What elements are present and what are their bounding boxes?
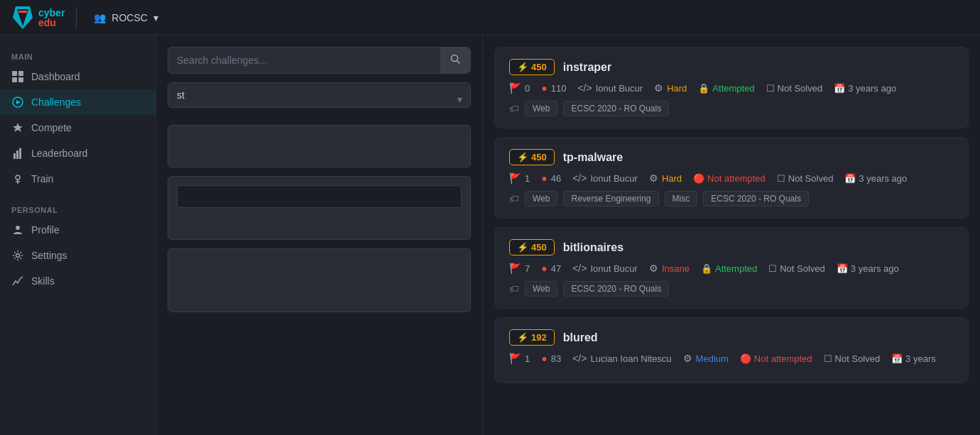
heart-icon-tp-malware: ● [541,172,547,184]
not-solved-text-instraper: Not Solved [778,83,823,94]
sidebar-challenges-label: Challenges [31,97,81,108]
points-badge-bitlionaires: ⚡ 450 [509,239,555,255]
sidebar-item-skills[interactable]: Skills [0,268,156,294]
difficulty-tp-malware: Hard [662,173,682,184]
flags-value-blured: 1 [525,353,530,364]
author-tp-malware: Ionut Bucur [590,173,638,184]
navbar-org[interactable]: 👥 ROCSC ▾ [88,9,164,26]
settings-icon [11,249,24,262]
meta-flags-blured: 🚩 1 [509,353,530,364]
logo-text: cyber edu [38,8,65,28]
not-solved-icon-instraper: ☐ [766,83,775,94]
svg-rect-3 [12,71,17,76]
author-instraper: Ionut Bucur [596,83,643,94]
status-tp-malware: 🔴 Not attempted [693,173,766,184]
profile-icon [11,224,24,236]
challenge-tags-bitlionaires: 🏷 Web ECSC 2020 - RO Quals [509,281,954,297]
filter-box-1 [168,125,471,167]
sidebar-personal-label: Personal [0,200,156,217]
layout: Main Dashboard Challenges [0,35,980,435]
tag-web-bitlionaires[interactable]: Web [525,281,557,297]
sidebar-item-leaderboard[interactable]: Leaderboard [0,141,156,166]
flag-icon-blured: 🚩 [509,353,521,364]
svg-rect-2 [18,11,27,13]
status-text-blured: Not attempted [754,353,812,364]
not-solved-text-tp-malware: Not Solved [788,173,834,184]
filter-box-2 [168,176,471,240]
meta-author-tp-malware: </> Ionut Bucur [572,172,638,184]
challenge-header-bitlionaires: ⚡ 450 bitlionaires [509,239,954,255]
author-bitlionaires: Ionut Bucur [590,263,638,274]
svg-rect-10 [16,150,18,159]
meta-flags-tp-malware: 🚩 1 [509,172,530,184]
status-text-tp-malware: Not attempted [707,173,766,184]
time-bitlionaires: 📅 3 years ago [837,263,899,274]
challenge-name-tp-malware[interactable]: tp-malware [563,151,623,164]
tag-reverse-tp-malware[interactable]: Reverse Engineering [563,191,658,207]
challenge-name-instraper[interactable]: instraper [563,61,611,74]
meta-author-instraper: </> Ionut Bucur [577,82,643,94]
org-name: ROCSC [111,12,148,23]
flags-value-bitlionaires: 7 [525,263,530,274]
challenge-card-instraper: ⚡ 450 instraper 🚩 0 ● 110 </> [494,47,969,128]
calendar-icon-blured: 📅 [891,353,903,364]
challenge-meta-bitlionaires: 🚩 7 ● 47 </> Ionut Bucur ⚙ Insane [509,263,954,274]
challenge-name-bitlionaires[interactable]: bitlionaires [563,241,624,254]
logo-edu: edu [38,18,65,28]
tag-web-instraper[interactable]: Web [525,101,557,116]
time-text-bitlionaires: 3 years ago [851,263,899,274]
challenge-meta-blured: 🚩 1 ● 83 </> Lucian Ioan Nitescu ⚙ Mediu… [509,353,954,364]
svg-rect-9 [13,153,16,159]
search-button[interactable] [440,48,470,73]
sidebar-profile-label: Profile [31,224,60,236]
status-icon-bitlionaires: 🔒 [701,263,712,274]
points-value-instraper: 450 [531,62,547,72]
status-bitlionaires: 🔒 Attempted [701,263,757,274]
hearts-value-tp-malware: 46 [551,173,561,184]
challenges-panel: ⚡ 450 instraper 🚩 0 ● 110 </> [483,35,980,435]
search-input[interactable] [168,48,440,72]
not-solved-tp-malware: ☐ Not Solved [777,173,834,184]
gear-icon-blured: ⚙ [683,353,692,364]
tag-icon-bitlionaires: 🏷 [509,283,519,294]
difficulty-instraper: Hard [667,83,687,94]
search-bar [168,47,471,74]
meta-difficulty-tp-malware: ⚙ Hard [649,172,682,184]
sidebar-item-dashboard[interactable]: Dashboard [0,64,156,89]
leaderboard-icon [11,147,24,160]
tag-ecsc-bitlionaires[interactable]: ECSC 2020 - RO Quals [563,281,669,297]
sidebar-item-challenges[interactable]: Challenges [0,89,156,115]
status-blured: 🔴 Not attempted [740,353,812,364]
sidebar-item-profile[interactable]: Profile [0,217,156,243]
sidebar-item-settings[interactable]: Settings [0,243,156,268]
filter-select-1[interactable]: st [168,82,471,108]
meta-flags-instraper: 🚩 0 [509,82,530,94]
tag-web-tp-malware[interactable]: Web [525,191,557,207]
points-value-blured: 192 [531,332,547,343]
sidebar-item-train[interactable]: Train [0,166,156,192]
gear-icon-tp-malware: ⚙ [649,172,658,184]
org-icon: 👥 [94,12,106,23]
tag-misc-tp-malware[interactable]: Misc [665,191,698,207]
challenge-name-blured[interactable]: blured [563,331,598,344]
sidebar-settings-label: Settings [31,250,67,261]
points-badge-instraper: ⚡ 450 [509,59,555,75]
filter-tag-input[interactable] [177,185,462,208]
time-tp-malware: 📅 3 years ago [844,173,907,184]
code-icon-tp-malware: </> [572,172,587,184]
svg-point-14 [16,254,20,258]
time-text-blured: 3 years [905,353,936,364]
logo-cyber: cyber [38,8,65,18]
bolt-icon-3: ⚡ [517,242,528,253]
tag-ecsc-instraper[interactable]: ECSC 2020 - RO Quals [563,101,669,116]
hearts-value-blured: 83 [551,353,561,364]
bolt-icon-4: ⚡ [517,332,528,343]
filter-select-wrap-1: st [168,82,471,116]
sidebar-item-compete[interactable]: Compete [0,115,156,141]
filter-box-3 [168,248,471,312]
bolt-icon-2: ⚡ [517,152,528,163]
tag-ecsc-tp-malware[interactable]: ECSC 2020 - RO Quals [703,191,809,207]
org-dropdown-icon: ▾ [153,12,158,23]
calendar-icon-bitlionaires: 📅 [837,263,848,274]
flag-icon-instraper: 🚩 [509,82,521,94]
